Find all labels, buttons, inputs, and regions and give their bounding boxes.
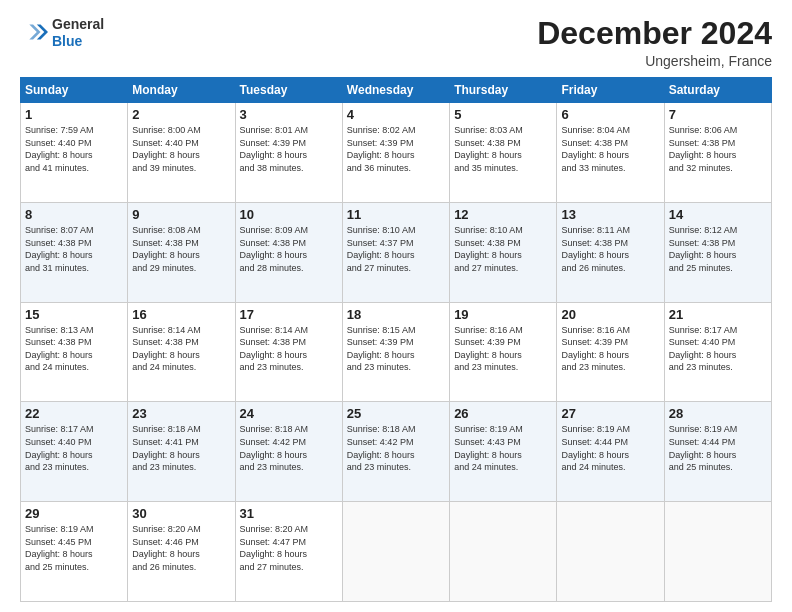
day-number: 12 (454, 207, 552, 222)
day-number: 10 (240, 207, 338, 222)
calendar-cell: 14Sunrise: 8:12 AMSunset: 4:38 PMDayligh… (664, 202, 771, 302)
calendar-cell: 13Sunrise: 8:11 AMSunset: 4:38 PMDayligh… (557, 202, 664, 302)
day-number: 22 (25, 406, 123, 421)
calendar-cell (557, 502, 664, 602)
day-of-week-header: Sunday (21, 78, 128, 103)
day-number: 18 (347, 307, 445, 322)
day-number: 26 (454, 406, 552, 421)
day-info: Sunrise: 8:02 AMSunset: 4:39 PMDaylight:… (347, 124, 445, 174)
calendar-cell: 16Sunrise: 8:14 AMSunset: 4:38 PMDayligh… (128, 302, 235, 402)
calendar-cell: 27Sunrise: 8:19 AMSunset: 4:44 PMDayligh… (557, 402, 664, 502)
day-info: Sunrise: 8:16 AMSunset: 4:39 PMDaylight:… (561, 324, 659, 374)
calendar-cell: 23Sunrise: 8:18 AMSunset: 4:41 PMDayligh… (128, 402, 235, 502)
header: General Blue December 2024 Ungersheim, F… (20, 16, 772, 69)
day-of-week-header: Tuesday (235, 78, 342, 103)
calendar-cell: 24Sunrise: 8:18 AMSunset: 4:42 PMDayligh… (235, 402, 342, 502)
day-info: Sunrise: 8:11 AMSunset: 4:38 PMDaylight:… (561, 224, 659, 274)
calendar-cell: 4Sunrise: 8:02 AMSunset: 4:39 PMDaylight… (342, 103, 449, 203)
day-number: 8 (25, 207, 123, 222)
day-info: Sunrise: 8:18 AMSunset: 4:42 PMDaylight:… (240, 423, 338, 473)
logo-general: General (52, 16, 104, 33)
day-info: Sunrise: 8:18 AMSunset: 4:42 PMDaylight:… (347, 423, 445, 473)
day-number: 23 (132, 406, 230, 421)
day-number: 27 (561, 406, 659, 421)
calendar-cell: 17Sunrise: 8:14 AMSunset: 4:38 PMDayligh… (235, 302, 342, 402)
day-number: 29 (25, 506, 123, 521)
calendar-cell: 3Sunrise: 8:01 AMSunset: 4:39 PMDaylight… (235, 103, 342, 203)
calendar-cell: 15Sunrise: 8:13 AMSunset: 4:38 PMDayligh… (21, 302, 128, 402)
day-info: Sunrise: 8:07 AMSunset: 4:38 PMDaylight:… (25, 224, 123, 274)
day-number: 20 (561, 307, 659, 322)
calendar-cell (342, 502, 449, 602)
calendar-cell: 2Sunrise: 8:00 AMSunset: 4:40 PMDaylight… (128, 103, 235, 203)
day-info: Sunrise: 8:15 AMSunset: 4:39 PMDaylight:… (347, 324, 445, 374)
day-info: Sunrise: 7:59 AMSunset: 4:40 PMDaylight:… (25, 124, 123, 174)
day-number: 5 (454, 107, 552, 122)
calendar-cell (450, 502, 557, 602)
day-info: Sunrise: 8:03 AMSunset: 4:38 PMDaylight:… (454, 124, 552, 174)
logo-text: General Blue (52, 16, 104, 50)
day-number: 24 (240, 406, 338, 421)
day-info: Sunrise: 8:19 AMSunset: 4:43 PMDaylight:… (454, 423, 552, 473)
day-number: 31 (240, 506, 338, 521)
calendar-cell: 29Sunrise: 8:19 AMSunset: 4:45 PMDayligh… (21, 502, 128, 602)
day-info: Sunrise: 8:06 AMSunset: 4:38 PMDaylight:… (669, 124, 767, 174)
day-number: 11 (347, 207, 445, 222)
title-block: December 2024 Ungersheim, France (537, 16, 772, 69)
location: Ungersheim, France (537, 53, 772, 69)
logo-icon (20, 19, 48, 47)
day-info: Sunrise: 8:19 AMSunset: 4:44 PMDaylight:… (561, 423, 659, 473)
calendar-cell: 25Sunrise: 8:18 AMSunset: 4:42 PMDayligh… (342, 402, 449, 502)
day-of-week-header: Thursday (450, 78, 557, 103)
calendar-cell: 5Sunrise: 8:03 AMSunset: 4:38 PMDaylight… (450, 103, 557, 203)
day-info: Sunrise: 8:00 AMSunset: 4:40 PMDaylight:… (132, 124, 230, 174)
day-info: Sunrise: 8:13 AMSunset: 4:38 PMDaylight:… (25, 324, 123, 374)
day-info: Sunrise: 8:04 AMSunset: 4:38 PMDaylight:… (561, 124, 659, 174)
day-number: 4 (347, 107, 445, 122)
day-info: Sunrise: 8:12 AMSunset: 4:38 PMDaylight:… (669, 224, 767, 274)
calendar-cell: 26Sunrise: 8:19 AMSunset: 4:43 PMDayligh… (450, 402, 557, 502)
day-of-week-header: Friday (557, 78, 664, 103)
day-info: Sunrise: 8:17 AMSunset: 4:40 PMDaylight:… (25, 423, 123, 473)
calendar-cell: 12Sunrise: 8:10 AMSunset: 4:38 PMDayligh… (450, 202, 557, 302)
calendar-cell: 28Sunrise: 8:19 AMSunset: 4:44 PMDayligh… (664, 402, 771, 502)
calendar-cell: 31Sunrise: 8:20 AMSunset: 4:47 PMDayligh… (235, 502, 342, 602)
day-info: Sunrise: 8:01 AMSunset: 4:39 PMDaylight:… (240, 124, 338, 174)
day-info: Sunrise: 8:19 AMSunset: 4:44 PMDaylight:… (669, 423, 767, 473)
day-info: Sunrise: 8:08 AMSunset: 4:38 PMDaylight:… (132, 224, 230, 274)
day-info: Sunrise: 8:19 AMSunset: 4:45 PMDaylight:… (25, 523, 123, 573)
calendar-cell: 10Sunrise: 8:09 AMSunset: 4:38 PMDayligh… (235, 202, 342, 302)
day-number: 2 (132, 107, 230, 122)
day-of-week-header: Wednesday (342, 78, 449, 103)
calendar-cell: 19Sunrise: 8:16 AMSunset: 4:39 PMDayligh… (450, 302, 557, 402)
calendar-cell: 1Sunrise: 7:59 AMSunset: 4:40 PMDaylight… (21, 103, 128, 203)
day-info: Sunrise: 8:09 AMSunset: 4:38 PMDaylight:… (240, 224, 338, 274)
day-number: 15 (25, 307, 123, 322)
day-info: Sunrise: 8:14 AMSunset: 4:38 PMDaylight:… (240, 324, 338, 374)
day-info: Sunrise: 8:17 AMSunset: 4:40 PMDaylight:… (669, 324, 767, 374)
day-number: 13 (561, 207, 659, 222)
day-number: 28 (669, 406, 767, 421)
calendar-cell: 18Sunrise: 8:15 AMSunset: 4:39 PMDayligh… (342, 302, 449, 402)
page: General Blue December 2024 Ungersheim, F… (0, 0, 792, 612)
day-number: 3 (240, 107, 338, 122)
logo-blue: Blue (52, 33, 104, 50)
calendar-cell: 11Sunrise: 8:10 AMSunset: 4:37 PMDayligh… (342, 202, 449, 302)
day-info: Sunrise: 8:18 AMSunset: 4:41 PMDaylight:… (132, 423, 230, 473)
day-info: Sunrise: 8:10 AMSunset: 4:38 PMDaylight:… (454, 224, 552, 274)
logo: General Blue (20, 16, 104, 50)
day-number: 7 (669, 107, 767, 122)
day-info: Sunrise: 8:20 AMSunset: 4:46 PMDaylight:… (132, 523, 230, 573)
day-number: 25 (347, 406, 445, 421)
calendar-cell: 8Sunrise: 8:07 AMSunset: 4:38 PMDaylight… (21, 202, 128, 302)
calendar-cell: 22Sunrise: 8:17 AMSunset: 4:40 PMDayligh… (21, 402, 128, 502)
calendar-cell: 30Sunrise: 8:20 AMSunset: 4:46 PMDayligh… (128, 502, 235, 602)
calendar-cell: 7Sunrise: 8:06 AMSunset: 4:38 PMDaylight… (664, 103, 771, 203)
day-number: 16 (132, 307, 230, 322)
calendar-cell: 21Sunrise: 8:17 AMSunset: 4:40 PMDayligh… (664, 302, 771, 402)
day-number: 21 (669, 307, 767, 322)
calendar-cell: 9Sunrise: 8:08 AMSunset: 4:38 PMDaylight… (128, 202, 235, 302)
day-info: Sunrise: 8:16 AMSunset: 4:39 PMDaylight:… (454, 324, 552, 374)
day-number: 14 (669, 207, 767, 222)
day-number: 19 (454, 307, 552, 322)
